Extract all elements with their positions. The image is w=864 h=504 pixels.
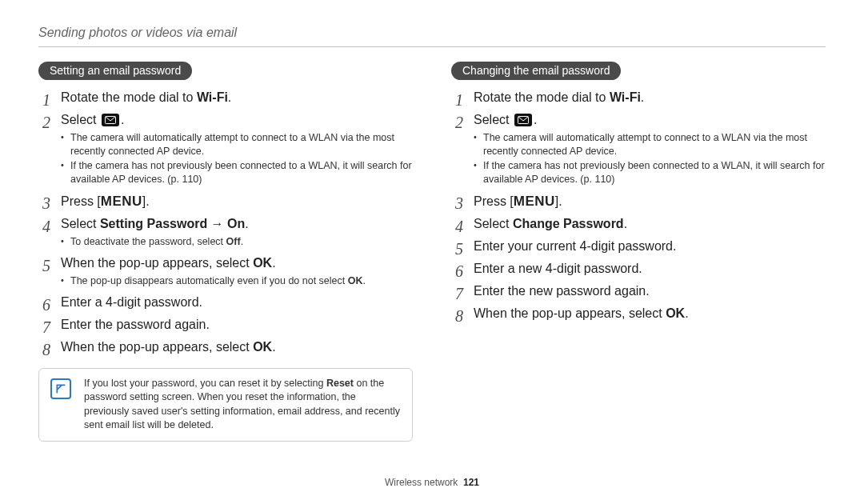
info-icon xyxy=(50,378,71,399)
step5-bold: OK xyxy=(253,256,272,270)
wifi-label: Wi-Fi xyxy=(197,90,228,104)
section-header: Sending photos or videos via email xyxy=(38,26,826,47)
step5-sub1: The pop-up disappears automatically even… xyxy=(61,274,413,288)
step2-sublist: The camera will automatically attempt to… xyxy=(474,131,826,186)
step4-bold: Setting Password → On xyxy=(100,217,245,230)
step8-bold: OK xyxy=(666,306,685,320)
step-2: Select . The camera will automatically a… xyxy=(38,110,413,186)
step-5: Enter your current 4-digit password. xyxy=(451,237,826,256)
step5-post: . xyxy=(272,256,275,270)
step4-sub1-pre: To deactivate the password, select xyxy=(70,236,226,247)
step-7: Enter the new password again. xyxy=(451,282,826,301)
step8-bold: OK xyxy=(253,340,272,354)
step4-pre: Select xyxy=(474,217,513,230)
step2-text-post: . xyxy=(534,113,537,126)
note-pre: If you lost your password, you can reset… xyxy=(84,378,326,389)
step5-pre: When the pop-up appears, select xyxy=(61,256,253,270)
step1-text-pre: Rotate the mode dial to xyxy=(474,90,610,104)
step5-sub1-pre: The pop-up disappears automatically even… xyxy=(70,275,348,286)
step3-pre: Press [ xyxy=(474,194,514,208)
step1-text-post: . xyxy=(228,90,231,104)
step2-sub1: The camera will automatically attempt to… xyxy=(61,131,413,158)
step-3: Press [MENU]. xyxy=(38,191,413,212)
step4-sublist: To deactivate the password, select Off. xyxy=(61,235,413,249)
step2-sublist: The camera will automatically attempt to… xyxy=(61,131,413,186)
step3-pre: Press [ xyxy=(61,194,101,208)
step-2: Select . The camera will automatically a… xyxy=(451,110,826,186)
footer-label: Wireless network xyxy=(385,477,458,488)
menu-button-label: MENU xyxy=(101,194,142,209)
step2-text-post: . xyxy=(121,113,124,126)
wifi-label: Wi-Fi xyxy=(610,90,641,104)
step4-bold: Change Password xyxy=(513,217,624,230)
step-1: Rotate the mode dial to Wi-Fi. xyxy=(38,88,413,107)
step-1: Rotate the mode dial to Wi-Fi. xyxy=(451,88,826,107)
step-7: Enter the password again. xyxy=(38,315,413,334)
topic-pill-change-password: Changing the email password xyxy=(451,62,621,80)
step-4: Select Change Password. xyxy=(451,214,826,234)
step2-sub2: If the camera has not previously been co… xyxy=(474,159,826,186)
step4-post: . xyxy=(624,217,627,230)
page-number: 121 xyxy=(463,477,479,488)
info-note-text: If you lost your password, you can reset… xyxy=(84,377,401,433)
step1-text-post: . xyxy=(641,90,644,104)
step4-sub1: To deactivate the password, select Off. xyxy=(61,235,413,249)
right-column: Changing the email password Rotate the m… xyxy=(451,62,826,467)
step-8: When the pop-up appears, select OK. xyxy=(38,338,413,357)
step5-sublist: The pop-up disappears automatically even… xyxy=(61,274,413,288)
step2-sub2: If the camera has not previously been co… xyxy=(61,159,413,186)
step-3: Press [MENU]. xyxy=(451,191,826,212)
step4-sub1-bold: Off xyxy=(226,236,241,247)
step8-pre: When the pop-up appears, select xyxy=(61,340,253,354)
step2-text-pre: Select xyxy=(61,113,100,126)
step1-text-pre: Rotate the mode dial to xyxy=(61,90,197,104)
step8-post: . xyxy=(272,340,275,354)
step8-pre: When the pop-up appears, select xyxy=(474,306,666,320)
topic-pill-set-password: Setting an email password xyxy=(38,62,192,80)
email-icon xyxy=(102,114,119,126)
step4-pre: Select xyxy=(61,217,100,230)
page-body: Sending photos or videos via email Setti… xyxy=(0,0,864,504)
left-column: Setting an email password Rotate the mod… xyxy=(38,62,413,467)
steps-list-right: Rotate the mode dial to Wi-Fi. Select . … xyxy=(451,88,826,323)
step3-post: ]. xyxy=(555,194,562,208)
step2-sub1: The camera will automatically attempt to… xyxy=(474,131,826,158)
page-footer: Wireless network 121 xyxy=(38,467,826,488)
note-bold: Reset xyxy=(326,378,354,389)
step-6: Enter a new 4-digit password. xyxy=(451,259,826,278)
step3-post: ]. xyxy=(142,194,150,208)
menu-button-label: MENU xyxy=(514,194,555,209)
email-icon xyxy=(514,114,532,126)
step5-sub1-post: . xyxy=(363,275,366,286)
two-column-layout: Setting an email password Rotate the mod… xyxy=(38,62,826,467)
step5-sub1-bold: OK xyxy=(348,275,363,286)
step4-post: . xyxy=(245,217,248,230)
step2-text-pre: Select xyxy=(474,113,513,126)
info-note-box: If you lost your password, you can reset… xyxy=(38,368,413,442)
step4-sub1-post: . xyxy=(241,236,243,247)
steps-list-left: Rotate the mode dial to Wi-Fi. Select . … xyxy=(38,88,413,357)
step-6: Enter a 4-digit password. xyxy=(38,293,413,312)
step-8: When the pop-up appears, select OK. xyxy=(451,304,826,323)
step-5: When the pop-up appears, select OK. The … xyxy=(38,254,413,288)
step-4: Select Setting Password → On. To deactiv… xyxy=(38,214,413,249)
step8-post: . xyxy=(685,306,688,320)
